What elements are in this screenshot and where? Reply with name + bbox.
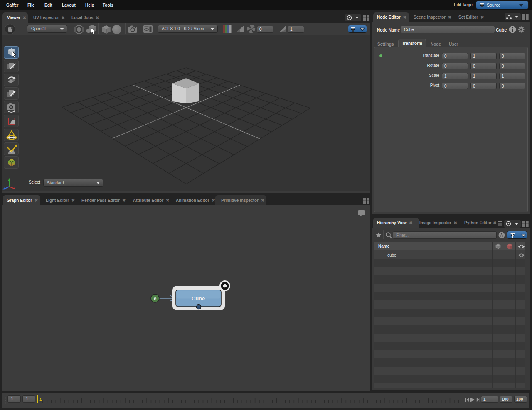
svg-text:e: e: [154, 296, 157, 302]
svg-text:Cube: Cube: [192, 295, 205, 302]
